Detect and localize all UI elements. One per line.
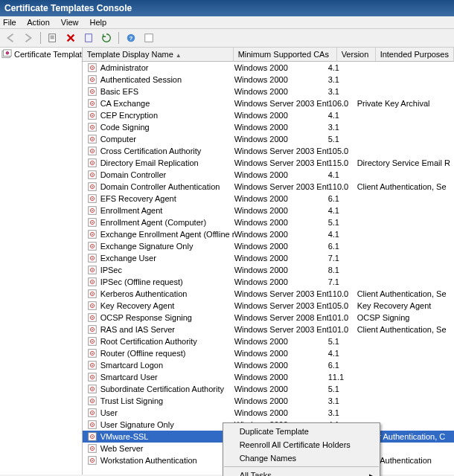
table-row[interactable]: Basic EFSWindows 20003.1 (83, 86, 454, 97)
certificate-template-icon (87, 336, 97, 347)
table-row[interactable]: Enrollment Agent (Computer)Windows 20005… (83, 216, 454, 228)
menu-file[interactable]: File (3, 18, 16, 27)
menu-help[interactable]: Help (90, 18, 107, 27)
table-row[interactable]: Domain ControllerWindows 20004.1 (83, 169, 454, 181)
table-row[interactable]: Authenticated SessionWindows 20003.1 (83, 74, 454, 86)
svg-point-49 (92, 210, 93, 211)
cell-version: 3.1 (328, 396, 357, 405)
table-row[interactable]: Key Recovery AgentWindows Server 2003 En… (83, 300, 454, 312)
cell-name: Kerberos Authentication (100, 289, 234, 298)
about-button[interactable] (141, 30, 156, 45)
cell-ca: Windows Server 2003 Ent... (234, 147, 328, 155)
svg-point-25 (92, 115, 93, 116)
certificate-template-icon (87, 158, 97, 168)
ctx-change-names[interactable]: Change Names (223, 451, 380, 465)
help-button[interactable]: ? (124, 30, 138, 45)
cell-name: Exchange Signature Only (100, 242, 234, 251)
table-row[interactable]: Enrollment AgentWindows 20004.1 (83, 205, 454, 216)
certificate-template-icon (87, 74, 97, 85)
svg-text:?: ? (130, 35, 133, 42)
cell-version: 3.1 (328, 87, 357, 96)
svg-point-64 (92, 269, 93, 271)
cell-name: Cross Certification Authority (100, 147, 234, 155)
cell-ca: Windows 2000 (234, 75, 328, 84)
table-row[interactable]: Root Certification AuthorityWindows 2000… (83, 335, 454, 347)
cell-name: Domain Controller Authentication (100, 182, 234, 191)
table-row[interactable]: AdministratorWindows 20004.1 (83, 62, 454, 74)
table-row[interactable]: Cross Certification AuthorityWindows Ser… (83, 145, 454, 157)
refresh-button[interactable] (99, 30, 114, 45)
table-row[interactable]: CEP EncryptionWindows 20004.1 (83, 109, 454, 121)
forward-button[interactable] (21, 30, 36, 45)
certificate-template-icon (87, 443, 97, 454)
table-row[interactable]: Code SigningWindows 20003.1 (83, 121, 454, 133)
table-row[interactable]: OCSP Response SigningWindows Server 2008… (83, 312, 454, 324)
table-row[interactable]: Router (Offline request)Windows 20004.1 (83, 347, 454, 359)
delete-button[interactable] (63, 30, 78, 45)
table-row[interactable]: EFS Recovery AgentWindows 20006.1 (83, 193, 454, 205)
cell-purpose: Client Authentication, Se (357, 325, 454, 334)
back-button[interactable] (3, 30, 18, 45)
menu-action[interactable]: Action (27, 18, 50, 27)
col-version[interactable]: Version (337, 48, 376, 61)
table-row[interactable]: Subordinate Certification AuthorityWindo… (83, 383, 454, 395)
col-purpose[interactable]: Intended Purposes (376, 48, 454, 61)
cell-ca: Windows Server 2008 Ent... (234, 313, 328, 322)
cell-ca: Windows 2000 (234, 206, 328, 215)
svg-point-82 (92, 341, 93, 342)
table-row[interactable]: Smartcard LogonWindows 20006.1 (83, 359, 454, 371)
table-row[interactable]: RAS and IAS ServerWindows Server 2003 En… (83, 324, 454, 335)
table-row[interactable]: Trust List SigningWindows 20003.1 (83, 395, 454, 407)
menu-view[interactable]: View (61, 18, 79, 27)
cell-purpose: Private Key Archival (357, 99, 454, 108)
context-menu: Duplicate Template Reenroll All Certific… (223, 422, 380, 476)
tree-pane: Certificate Templates (E (0, 48, 83, 475)
ctx-duplicate-template[interactable]: Duplicate Template (223, 425, 380, 438)
cell-ca: Windows Server 2003 Ent... (234, 289, 328, 298)
cell-ca: Windows 2000 (234, 170, 328, 179)
export-list-button[interactable] (81, 30, 96, 45)
certificate-template-icon (87, 372, 97, 382)
ctx-all-tasks[interactable]: All Tasks▸ (223, 469, 380, 476)
certificate-template-icon (87, 122, 97, 132)
table-row[interactable]: Kerberos AuthenticationWindows Server 20… (83, 288, 454, 300)
cell-name: Basic EFS (100, 87, 234, 96)
cell-version: 6.1 (328, 194, 357, 203)
table-row[interactable]: CA ExchangeWindows Server 2003 Ent...106… (83, 97, 454, 109)
submenu-arrow-icon: ▸ (369, 471, 374, 476)
table-row[interactable]: UserWindows 20003.1 (83, 407, 454, 419)
cell-version: 4.1 (328, 111, 357, 120)
cell-version: 11.1 (328, 373, 357, 382)
table-row[interactable]: Domain Controller AuthenticationWindows … (83, 181, 454, 193)
table-row[interactable]: IPSec (Offline request)Windows 20007.1 (83, 276, 454, 288)
table-row[interactable]: Directory Email ReplicationWindows Serve… (83, 157, 454, 169)
table-row[interactable]: ComputerWindows 20005.1 (83, 133, 454, 145)
col-min-ca[interactable]: Minimum Supported CAs (234, 48, 337, 61)
cell-name: Administrator (100, 63, 234, 72)
table-row[interactable]: Exchange Enrollment Agent (Offline reque… (83, 228, 454, 240)
table-row[interactable]: Smartcard UserWindows 200011.1 (83, 371, 454, 383)
svg-point-43 (92, 186, 93, 187)
svg-rect-4 (86, 34, 92, 42)
cell-ca: Windows 2000 (234, 266, 328, 274)
certificate-template-icon (87, 360, 97, 370)
column-headers: Template Display Name▲ Minimum Supported… (83, 48, 454, 62)
ctx-reenroll-holders[interactable]: Reenroll All Certificate Holders (223, 438, 380, 451)
svg-point-103 (92, 424, 93, 425)
cell-version: 115.0 (328, 158, 357, 167)
table-row[interactable]: Exchange UserWindows 20007.1 (83, 252, 454, 264)
cell-purpose: Client Authentication, Se (357, 182, 454, 191)
cell-version: 5.1 (328, 337, 357, 346)
cell-ca: Windows Server 2003 Ent... (234, 99, 328, 108)
table-row[interactable]: IPSecWindows 20008.1 (83, 264, 454, 276)
cell-name: User (100, 408, 234, 417)
properties-button[interactable] (45, 30, 60, 45)
certificate-template-icon (87, 300, 97, 311)
certificate-template-icon (87, 348, 97, 358)
table-row[interactable]: Exchange Signature OnlyWindows 20006.1 (83, 240, 454, 252)
cell-ca: Windows 2000 (234, 349, 328, 358)
cell-name: Computer (100, 135, 234, 144)
cell-name: Trust List Signing (100, 396, 234, 405)
col-template-name[interactable]: Template Display Name▲ (83, 48, 234, 61)
tree-root-item[interactable]: Certificate Templates (E (1, 49, 80, 60)
